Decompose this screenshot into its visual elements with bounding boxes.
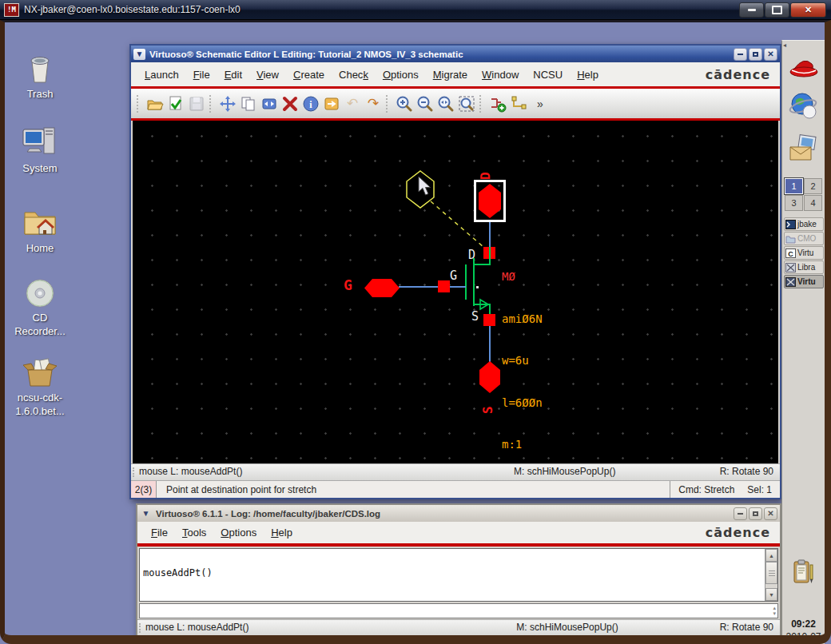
- log-output-area[interactable]: mouseAddPt() > mouseAddPt() t ▲ ▼: [139, 548, 778, 602]
- menu-help[interactable]: Help: [570, 69, 606, 81]
- stretch-button[interactable]: [259, 93, 280, 114]
- task-jbaker-terminal[interactable]: jbake: [784, 217, 824, 231]
- menu-view[interactable]: View: [249, 69, 286, 81]
- menu-migrate[interactable]: Migrate: [426, 69, 475, 81]
- menu-launch[interactable]: Launch: [137, 69, 186, 81]
- selection-count: Sel: 1: [747, 484, 772, 495]
- menu-help[interactable]: Help: [264, 527, 300, 539]
- desktop-icon-ncsu-cdk[interactable]: ncsu-cdk- 1.6.0.bet...: [6, 356, 74, 418]
- task-virtuoso-log[interactable]: C Virtu: [784, 246, 824, 260]
- open-button[interactable]: [145, 93, 165, 114]
- gate-pin[interactable]: [364, 278, 400, 298]
- zoom-out-button[interactable]: [415, 93, 435, 114]
- schematic-minimize-button[interactable]: [734, 48, 747, 61]
- virtuoso-chevron-icon: ▼: [133, 49, 145, 60]
- instance-width: w=6u: [502, 354, 569, 368]
- pager-desktop-2[interactable]: 2: [804, 178, 822, 194]
- delete-button[interactable]: [280, 93, 300, 114]
- email-icon[interactable]: [788, 133, 820, 165]
- source-pin[interactable]: [479, 360, 501, 394]
- desktop-icon-cd-recorder[interactable]: CD Recorder...: [6, 277, 74, 338]
- zoom-in-button[interactable]: [394, 93, 415, 114]
- menu-options[interactable]: Options: [213, 527, 264, 539]
- home-folder-icon: [22, 206, 58, 240]
- undo-button[interactable]: ↶: [342, 93, 363, 114]
- pager-desktop-3[interactable]: 3: [785, 195, 803, 211]
- menu-create[interactable]: Create: [286, 69, 332, 81]
- nx-maximize-button[interactable]: [765, 2, 789, 18]
- schematic-canvas[interactable]: D D MØ amiØ6N w=6u l=6ØØn m:1: [133, 121, 778, 463]
- menu-ncsu[interactable]: NCSU: [526, 69, 570, 81]
- create-instance-button[interactable]: [487, 93, 508, 114]
- log-prompt-bar: 1 Point at destination point for stretch: [137, 636, 780, 644]
- redhat-menu-icon[interactable]: [788, 51, 820, 83]
- nx-minimize-button[interactable]: [739, 2, 764, 18]
- drain-pin-name-label[interactable]: D: [478, 161, 494, 180]
- gate-net-wire[interactable]: [399, 286, 466, 288]
- menu-file[interactable]: File: [186, 69, 217, 81]
- prompt-message: Point at destination point for stretch: [157, 484, 670, 495]
- pager-desktop-1[interactable]: 1: [785, 178, 803, 194]
- mouse-middle-binding: M: schHiMousePopUp(): [516, 622, 618, 633]
- menu-check[interactable]: Check: [332, 69, 376, 81]
- source-pin-name-label[interactable]: S: [480, 396, 496, 414]
- web-browser-icon[interactable]: [788, 90, 820, 122]
- nmos-transistor-symbol[interactable]: [463, 245, 495, 322]
- task-library-manager[interactable]: Libra: [784, 260, 824, 274]
- desktop-icon-system[interactable]: System: [6, 125, 74, 175]
- desktop-icon-home[interactable]: Home: [6, 206, 74, 255]
- redo-button[interactable]: ↷: [363, 93, 384, 114]
- open-folder-icon: [146, 95, 164, 113]
- schematic-titlebar[interactable]: ▼ Virtuoso® Schematic Editor L Editing: …: [131, 46, 780, 62]
- schematic-window-icon: [785, 277, 796, 287]
- task-cmos-folder[interactable]: CMO: [784, 232, 824, 245]
- zoom-fit-button[interactable]: [456, 93, 477, 114]
- schematic-close-button[interactable]: ✕: [764, 48, 777, 61]
- clock-date-line1: 2010-07: [782, 630, 825, 643]
- zoom-to-selected-button[interactable]: [435, 93, 456, 114]
- log-minimize-button[interactable]: [734, 507, 747, 520]
- scrollbar-thumb[interactable]: [765, 562, 777, 584]
- check-save-icon: [167, 95, 185, 113]
- menu-tools[interactable]: Tools: [175, 527, 213, 539]
- copy-button[interactable]: [238, 93, 259, 114]
- create-wire-button[interactable]: [508, 93, 529, 114]
- menu-window[interactable]: Window: [475, 69, 526, 81]
- command-input[interactable]: [141, 604, 765, 615]
- log-menubar: File Tools Options Help cādence: [137, 522, 780, 543]
- menu-edit[interactable]: Edit: [217, 69, 249, 81]
- close-icon: ✕: [767, 50, 773, 58]
- task-virtuoso-schematic[interactable]: Virtu: [784, 275, 824, 288]
- panel-hide-arrow[interactable]: ◂: [783, 42, 786, 49]
- save-button[interactable]: [186, 93, 207, 114]
- check-and-save-button[interactable]: [165, 93, 186, 114]
- scroll-down-button[interactable]: ▼: [765, 588, 777, 601]
- properties-button[interactable]: i: [300, 93, 321, 114]
- toolbar-overflow-chevron[interactable]: »: [537, 97, 543, 110]
- nx-close-button[interactable]: ✕: [790, 2, 826, 18]
- move-button[interactable]: [217, 93, 238, 114]
- log-close-button[interactable]: ✕: [764, 507, 777, 520]
- pager-desktop-4[interactable]: 4: [804, 195, 822, 211]
- schematic-window-title: Virtuoso® Schematic Editor L Editing: Tu…: [149, 50, 734, 59]
- drain-pin-selected[interactable]: [474, 180, 506, 222]
- source-connection-square[interactable]: [483, 314, 495, 326]
- scroll-up-button[interactable]: ▲: [765, 549, 777, 562]
- log-scrollbar[interactable]: ▲ ▼: [765, 549, 777, 601]
- icon-label: System: [6, 161, 74, 175]
- menu-options[interactable]: Options: [376, 69, 426, 81]
- copy-icon: [240, 95, 257, 113]
- menu-file[interactable]: File: [144, 527, 175, 539]
- log-maximize-button[interactable]: [749, 507, 762, 520]
- resize-handle-icon[interactable]: ▴▾: [773, 605, 776, 616]
- descend-button[interactable]: [321, 93, 342, 114]
- gate-pin-name-label[interactable]: G: [344, 276, 352, 293]
- cd-icon: [23, 277, 57, 309]
- log-titlebar[interactable]: ▼ Virtuoso® 6.1.1 - Log: /home/faculty/j…: [137, 505, 780, 522]
- gate-connection-square[interactable]: [438, 280, 450, 292]
- instance-labels[interactable]: MØ amiØ6N w=6u l=6ØØn m:1: [502, 242, 569, 463]
- mouse-cursor-icon: [417, 176, 433, 197]
- clipboard-icon[interactable]: [793, 559, 815, 586]
- schematic-maximize-button[interactable]: [749, 48, 762, 61]
- desktop-icon-trash[interactable]: Trash: [6, 52, 74, 101]
